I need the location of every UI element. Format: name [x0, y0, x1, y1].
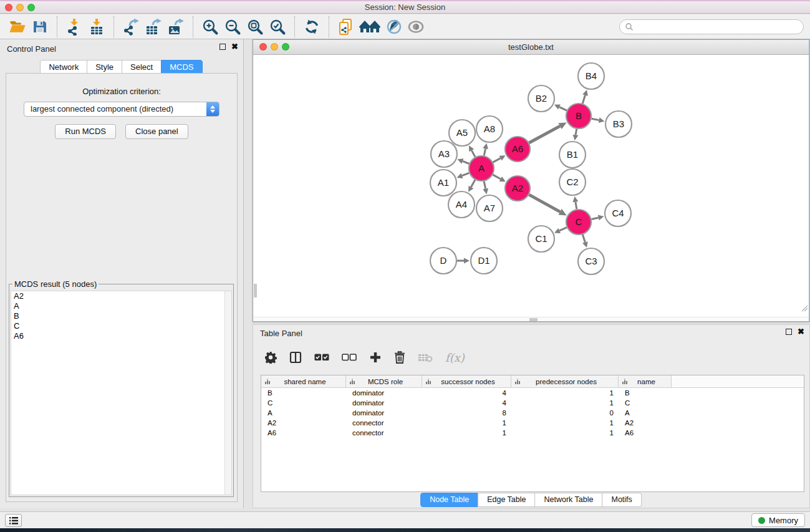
select-all-icon[interactable]	[314, 354, 329, 361]
network-close-button[interactable]	[259, 43, 267, 51]
app-titlebar: Session: New Session	[0, 0, 810, 14]
control-panel-title: Control Panel	[7, 44, 56, 54]
close-panel-button[interactable]: Close panel	[125, 124, 188, 139]
edge-A-A5[interactable]	[471, 150, 475, 157]
edge-A-A2[interactable]	[493, 175, 500, 179]
cell-MCDS-role: dominator	[346, 399, 422, 407]
float-panel-icon[interactable]	[219, 44, 226, 50]
table-row[interactable]: A6connector11A6	[261, 428, 804, 438]
edge-B-B3[interactable]	[592, 118, 599, 120]
edge-C-C2[interactable]	[576, 202, 577, 210]
edge-A-A6[interactable]	[493, 158, 501, 162]
delete-column-icon[interactable]	[394, 351, 405, 364]
edge-arrowhead	[582, 90, 588, 96]
edge-A6-B[interactable]	[529, 126, 560, 143]
cell-name: B	[619, 389, 672, 397]
cell-name: C	[619, 399, 672, 407]
edge-A-A7[interactable]	[484, 181, 485, 189]
edge-B-B2[interactable]	[559, 107, 567, 111]
zoom-in-icon[interactable]	[200, 17, 220, 37]
column-header-shared-name[interactable]: shared name	[261, 375, 346, 387]
edge-C-C4[interactable]	[591, 218, 598, 220]
edge-B-B4[interactable]	[582, 95, 585, 104]
tab-node-table[interactable]: Node Table	[420, 493, 478, 507]
result-item[interactable]: B	[11, 311, 231, 321]
column-header-successor-nodes[interactable]: successor nodes	[422, 375, 511, 387]
edge-A-A3[interactable]	[463, 161, 470, 163]
float-table-panel-icon[interactable]	[786, 329, 792, 335]
edge-A2-C[interactable]	[529, 195, 560, 211]
node-label: A6	[512, 143, 523, 154]
edge-A-A8[interactable]	[484, 148, 485, 155]
edge-C-C3[interactable]	[582, 235, 585, 242]
zoom-out-icon[interactable]	[223, 17, 243, 37]
tab-edge-table[interactable]: Edge Table	[478, 493, 535, 507]
search-input[interactable]	[634, 21, 803, 33]
network-from-document-icon[interactable]	[336, 17, 356, 37]
resize-grip-icon[interactable]	[801, 304, 808, 312]
result-item[interactable]: C	[11, 321, 231, 331]
toolbar-separator	[329, 16, 329, 37]
cell-predecessor-nodes: 1	[511, 429, 619, 437]
save-session-icon[interactable]	[30, 17, 50, 37]
hide-annotations-icon[interactable]	[383, 17, 403, 37]
edge-A-A1[interactable]	[462, 173, 469, 175]
zoom-selected-icon[interactable]	[268, 17, 287, 37]
criterion-dropdown[interactable]: largest connected component (directed)	[24, 102, 219, 117]
column-header-predecessor-nodes[interactable]: predecessor nodes	[511, 375, 619, 387]
node-label: A1	[438, 177, 449, 188]
zoom-fit-icon[interactable]	[245, 17, 265, 37]
table-settings-icon[interactable]	[264, 351, 277, 364]
run-mcds-button[interactable]: Run MCDS	[55, 124, 116, 139]
show-graphics-details-icon[interactable]	[406, 17, 426, 37]
node-label: B4	[586, 70, 597, 81]
close-panel-icon[interactable]: ✖	[231, 44, 238, 50]
column-header-MCDS-role[interactable]: MCDS role	[346, 375, 422, 387]
open-session-icon[interactable]	[7, 17, 27, 37]
add-column-icon[interactable]	[369, 351, 382, 364]
network-zoom-button[interactable]	[282, 43, 289, 51]
memory-button[interactable]: Memory	[751, 513, 805, 527]
home-network-icon[interactable]	[359, 17, 381, 37]
export-table-icon[interactable]	[143, 17, 163, 37]
edge-B-B1[interactable]	[576, 129, 577, 135]
table-row[interactable]: Adominator80A	[261, 408, 804, 418]
column-visibility-icon[interactable]	[289, 351, 302, 364]
network-window-titlebar[interactable]: testGlobe.txt	[253, 40, 809, 55]
search-field[interactable]	[619, 19, 804, 34]
network-vertical-scrollbar[interactable]	[254, 284, 257, 297]
export-image-icon[interactable]	[166, 17, 186, 37]
zoom-window-button[interactable]	[27, 4, 35, 11]
edge-arrowhead	[464, 258, 470, 264]
tab-network-table[interactable]: Network Table	[535, 493, 603, 507]
minimize-window-button[interactable]	[16, 4, 24, 11]
node-table[interactable]: shared nameMCDS rolesuccessor nodesprede…	[261, 375, 804, 492]
tab-motifs[interactable]: Motifs	[602, 493, 641, 507]
table-row[interactable]: A2connector11A2	[261, 418, 804, 428]
node-label: A3	[438, 148, 450, 159]
table-row[interactable]: Cdominator41C	[261, 398, 804, 408]
table-row[interactable]: Bdominator41B	[261, 388, 804, 398]
column-header-name[interactable]: name	[619, 375, 672, 387]
deselect-all-icon[interactable]	[342, 354, 357, 361]
edge-C-C1[interactable]	[559, 228, 567, 231]
close-table-panel-icon[interactable]: ✖	[798, 329, 804, 335]
table-panel-tabs: Node TableEdge TableNetwork TableMotifs	[421, 493, 642, 507]
export-network-icon[interactable]	[121, 17, 141, 37]
import-network-icon[interactable]	[64, 17, 84, 37]
import-table-icon[interactable]	[87, 17, 107, 37]
network-canvas[interactable]: AA1A2A3A4A5A6A7A8BB1B2B3B4CC1C2C3C4DD1	[253, 55, 809, 317]
network-minimize-button[interactable]	[271, 43, 278, 51]
edge-A-A4[interactable]	[471, 180, 475, 187]
network-horizontal-scrollbar[interactable]	[253, 317, 809, 321]
result-item[interactable]: A2	[11, 291, 231, 301]
node-label: C2	[566, 177, 578, 187]
close-window-button[interactable]	[5, 4, 12, 11]
table-toolbar: f(x)	[264, 345, 465, 370]
desktop-wallpaper	[0, 528, 810, 532]
result-item[interactable]: A6	[11, 331, 231, 341]
task-history-button[interactable]	[5, 514, 22, 527]
result-item[interactable]: A	[11, 301, 231, 311]
result-scrollbar[interactable]	[224, 291, 231, 495]
refresh-icon[interactable]	[302, 17, 322, 37]
